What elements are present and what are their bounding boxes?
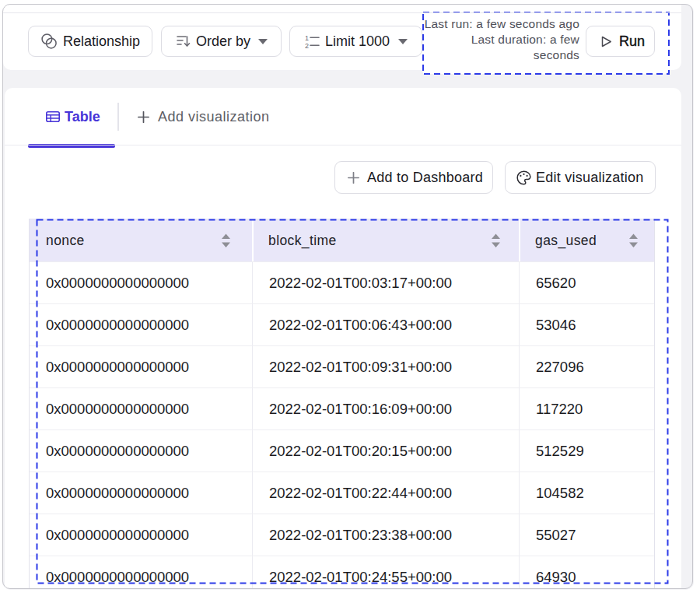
svg-text:2: 2	[305, 41, 309, 48]
svg-text:1: 1	[305, 35, 309, 42]
